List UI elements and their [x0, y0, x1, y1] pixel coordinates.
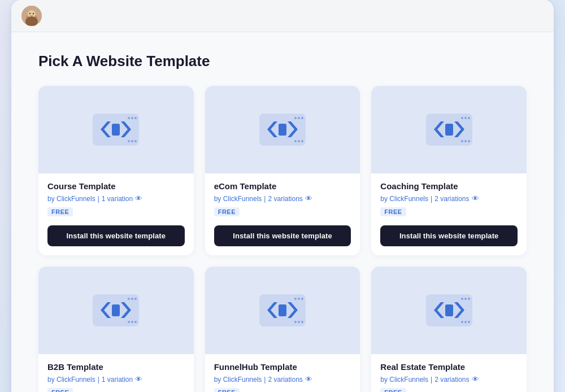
- template-variations-b2b: 1 variation: [102, 376, 133, 384]
- template-info-realestate: Real Estate Template by ClickFunnels | 2…: [371, 354, 527, 392]
- template-name-funnelhub: FunnelHub Template: [214, 362, 351, 372]
- template-card-realestate: Real Estate Template by ClickFunnels | 2…: [371, 267, 527, 392]
- svg-rect-31: [112, 304, 120, 316]
- template-variations-ecom: 2 variations: [268, 195, 302, 203]
- badge-free-ecom: FREE: [214, 207, 240, 216]
- badge-free-coaching: FREE: [380, 207, 406, 216]
- eye-icon-funnelhub: 👁: [305, 375, 312, 384]
- svg-point-29: [468, 140, 470, 142]
- svg-point-33: [131, 298, 133, 300]
- templates-grid: Course Template by ClickFunnels | 1 vari…: [38, 86, 527, 392]
- template-card-ecom: eCom Template by ClickFunnels | 2 variat…: [205, 86, 360, 255]
- template-author-funnelhub: by ClickFunnels: [214, 376, 262, 384]
- svg-point-18: [301, 117, 303, 119]
- template-author-realestate: by ClickFunnels: [380, 376, 428, 384]
- svg-point-48: [461, 298, 463, 300]
- template-variations-funnelhub: 2 variations: [268, 376, 302, 384]
- svg-point-24: [461, 117, 463, 119]
- svg-point-32: [128, 298, 130, 300]
- eye-icon-ecom: 👁: [305, 194, 312, 203]
- svg-rect-39: [279, 304, 286, 316]
- template-separator-realestate: |: [431, 376, 432, 384]
- avatar: [21, 6, 42, 26]
- badge-free-realestate: FREE: [380, 388, 406, 392]
- svg-point-9: [131, 117, 133, 119]
- template-card-b2b: B2B Template by ClickFunnels | 1 variati…: [38, 267, 194, 392]
- svg-point-36: [131, 321, 133, 323]
- install-button-course[interactable]: Install this website template: [47, 225, 185, 246]
- template-name-course: Course Template: [47, 181, 185, 191]
- template-preview-ecom: [205, 86, 360, 173]
- template-author-ecom: by ClickFunnels: [214, 195, 262, 203]
- svg-rect-23: [445, 124, 453, 136]
- template-author-b2b: by ClickFunnels: [47, 376, 95, 384]
- template-separator-funnelhub: |: [264, 376, 266, 384]
- svg-point-37: [134, 321, 137, 323]
- template-meta-course: by ClickFunnels | 1 variation 👁: [47, 194, 185, 203]
- template-separator-course: |: [98, 195, 99, 203]
- svg-point-53: [468, 321, 470, 323]
- svg-rect-7: [112, 124, 120, 136]
- svg-point-12: [131, 140, 133, 142]
- template-separator-ecom: |: [264, 195, 266, 203]
- template-card-course: Course Template by ClickFunnels | 1 vari…: [38, 86, 194, 255]
- svg-rect-15: [279, 124, 286, 136]
- svg-point-25: [464, 117, 467, 119]
- template-meta-funnelhub: by ClickFunnels | 2 variations 👁: [214, 375, 351, 384]
- template-variations-course: 1 variation: [102, 195, 133, 203]
- badge-free-course: FREE: [47, 207, 73, 216]
- svg-point-28: [464, 140, 467, 142]
- badge-free-funnelhub: FREE: [214, 388, 240, 392]
- template-name-realestate: Real Estate Template: [380, 362, 518, 372]
- template-preview-b2b: [38, 267, 194, 354]
- cf-logo-icon: [257, 292, 308, 329]
- template-preview-coaching: [371, 86, 527, 173]
- template-separator-coaching: |: [431, 195, 432, 203]
- cf-logo-icon: [424, 292, 475, 329]
- svg-point-52: [464, 321, 467, 323]
- svg-point-40: [294, 298, 297, 300]
- svg-point-8: [128, 117, 130, 119]
- template-separator-b2b: |: [98, 376, 99, 384]
- svg-point-43: [294, 321, 297, 323]
- top-bar: [11, 0, 554, 32]
- svg-point-13: [134, 140, 137, 142]
- eye-icon-realestate: 👁: [472, 375, 479, 384]
- template-author-coaching: by ClickFunnels: [380, 195, 428, 203]
- template-variations-coaching: 2 variations: [434, 195, 469, 203]
- eye-icon-coaching: 👁: [472, 194, 479, 203]
- svg-point-50: [468, 298, 470, 300]
- template-info-coaching: Coaching Template by ClickFunnels | 2 va…: [371, 173, 527, 255]
- install-button-coaching[interactable]: Install this website template: [380, 225, 518, 246]
- svg-point-21: [301, 140, 303, 142]
- template-meta-coaching: by ClickFunnels | 2 variations 👁: [380, 194, 518, 203]
- svg-point-44: [298, 321, 300, 323]
- cf-logo-icon: [257, 111, 308, 148]
- cf-logo-icon: [90, 111, 141, 148]
- template-name-ecom: eCom Template: [214, 181, 351, 191]
- svg-point-41: [298, 298, 300, 300]
- svg-point-5: [33, 13, 34, 14]
- svg-point-35: [128, 321, 130, 323]
- svg-point-34: [134, 298, 137, 300]
- template-info-ecom: eCom Template by ClickFunnels | 2 variat…: [205, 173, 360, 255]
- svg-point-26: [468, 117, 470, 119]
- template-info-b2b: B2B Template by ClickFunnels | 1 variati…: [38, 354, 194, 392]
- svg-point-20: [298, 140, 300, 142]
- svg-point-42: [301, 298, 303, 300]
- svg-point-16: [294, 117, 297, 119]
- svg-point-27: [461, 140, 463, 142]
- install-button-ecom[interactable]: Install this website template: [214, 225, 351, 246]
- template-preview-realestate: [371, 267, 527, 354]
- badge-free-b2b: FREE: [47, 388, 73, 392]
- cf-logo-icon: [90, 292, 141, 329]
- template-author-course: by ClickFunnels: [47, 195, 95, 203]
- svg-point-10: [134, 117, 137, 119]
- svg-point-17: [298, 117, 300, 119]
- template-info-funnelhub: FunnelHub Template by ClickFunnels | 2 v…: [205, 354, 360, 392]
- template-info-course: Course Template by ClickFunnels | 1 vari…: [38, 173, 194, 255]
- main-content: Pick A Website Template: [11, 32, 554, 392]
- svg-rect-47: [445, 304, 453, 316]
- svg-point-49: [464, 298, 467, 300]
- eye-icon-b2b: 👁: [135, 375, 142, 384]
